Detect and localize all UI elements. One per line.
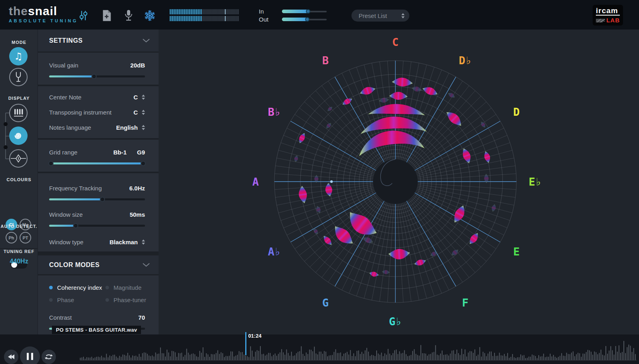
note-label-G: G♭ [389,315,402,328]
note-crescent [368,104,425,115]
center-note-stepper[interactable] [142,95,145,100]
ircam-word: ircam [596,7,620,16]
notes-language-value[interactable]: English [116,124,145,131]
ircam-hatch-icon [596,18,606,24]
display-tuner-button[interactable] [9,149,28,168]
window-size-knob[interactable] [73,223,78,228]
radio-dot [105,298,109,302]
faders-icon[interactable] [77,9,90,22]
tuning-fork-icon [13,71,24,83]
color-modes-title: COLOR MODES [49,261,99,269]
in-label: In [259,8,274,15]
color-mode-options: Coherency indexMagnitudePhasePhase-tuner [38,277,159,307]
freq-tracking-value: 6.0Hz [129,185,145,192]
sidebar: MODE ♫ DISPLAY COLOURS CIMaPhP [0,30,38,334]
colours-label: COLOURS [0,177,38,182]
out-gain-knob[interactable] [305,17,310,22]
note-blob [325,183,333,197]
center-note-value[interactable]: C [133,94,145,101]
note-blob [315,205,321,214]
in-gain-slider[interactable] [282,10,327,13]
music-note-icon: ♫ [14,51,23,61]
color-mode-phase-tuner[interactable]: Phase-tuner [105,297,155,303]
transposing-stepper[interactable] [142,110,145,115]
app-logo: thesnail absolute tuning [9,5,78,23]
out-label: Out [259,16,274,23]
color-modes-header[interactable]: COLOR MODES [38,255,159,275]
preset-arrows-icon [401,13,405,18]
color-mode-magnitude[interactable]: Magnitude [105,284,155,291]
logo-tagline: absolute tuning [9,18,78,23]
window-size-slider[interactable] [49,223,145,228]
freq-tracking-knob[interactable] [100,197,105,202]
color-mode-phase[interactable]: Phase [49,297,105,303]
note-blob [460,147,473,164]
note-blob [414,258,427,267]
note-blob [297,132,307,144]
radio-dot [49,286,53,289]
level-meter-row-bottom [170,16,241,21]
settings-header[interactable]: SETTINGS [38,30,159,53]
mode-music-note-button[interactable]: ♫ [9,47,28,65]
note-blob [483,150,491,164]
spiral-icon [13,131,24,141]
note-blob [447,91,456,99]
notes-language-stepper[interactable] [142,125,145,130]
note-label-E: E♭ [529,176,542,188]
playhead[interactable] [245,332,246,355]
tuning-marker-dot [330,180,333,183]
open-file-icon[interactable] [100,9,113,22]
note-label-C: C [392,36,399,48]
microphone-icon[interactable] [122,9,135,22]
display-label: DISPLAY [0,96,38,101]
display-piano-button[interactable] [9,104,28,122]
note-blob [321,234,333,247]
window-size-value: 50ms [130,211,145,218]
window-type-value[interactable]: Blackman [109,239,145,245]
settings-title: SETTINGS [49,37,83,44]
snail-spiral-view: CD♭DE♭EFG♭GA♭AB♭B [159,30,639,334]
mode-tuning-fork-button[interactable] [9,68,28,86]
transposing-value[interactable]: C [133,109,145,116]
note-blob [312,228,319,235]
transport-bar: PO STEMS - BASS GUITAR.wav 01:24 [0,334,639,364]
preset-list-label: Preset List [359,12,387,19]
grid-range-high-knob[interactable] [141,161,146,166]
ircam-lab-word: LAB [606,17,620,24]
note-blob [411,85,423,93]
visual-gain-label: Visual gain [49,62,78,69]
preset-list-dropdown[interactable]: Preset List [351,10,409,22]
contrast-value: 70 [138,314,145,321]
out-gain-slider[interactable] [282,18,327,21]
logo-the: the [9,4,28,18]
auto-detect-label: AUTO DETECT. [0,224,38,229]
grid-range-slider[interactable] [49,160,145,166]
note-blob [389,91,408,100]
color-mode-coherency-index[interactable]: Coherency index [49,284,105,291]
note-blob [359,85,377,97]
note-blob [451,204,468,225]
playhead-time: 01:24 [248,333,261,339]
visual-gain-knob[interactable] [91,74,97,79]
visual-gain-slider[interactable] [49,73,145,79]
ircam-lab-logo: ircam LAB [593,5,623,26]
note-blob [388,248,410,260]
freq-tracking-slider[interactable] [49,196,145,202]
grid-range-high: G9 [137,149,145,156]
note-label-G: G [322,297,329,309]
contrast-label: Contrast [49,314,72,321]
settings-panel: SETTINGS Visual gain 20dB Center Note C … [38,30,159,334]
freeze-snowflake-icon[interactable] [143,9,157,22]
colour-button-ph[interactable]: Ph [6,232,17,243]
freq-tracking-label: Frequency Tracking [49,185,102,192]
display-spiral-button[interactable] [9,127,28,145]
tuning-ref-value: 440Hz [0,258,38,265]
center-note-label: Center Note [49,94,81,101]
waveform-display[interactable] [0,334,639,364]
note-label-A: A [252,176,259,188]
grid-range-low-knob[interactable] [48,161,54,166]
colour-button-pt[interactable]: PT [20,232,31,243]
note-blob [491,204,497,212]
window-type-stepper[interactable] [142,239,145,245]
in-gain-knob[interactable] [306,9,310,14]
